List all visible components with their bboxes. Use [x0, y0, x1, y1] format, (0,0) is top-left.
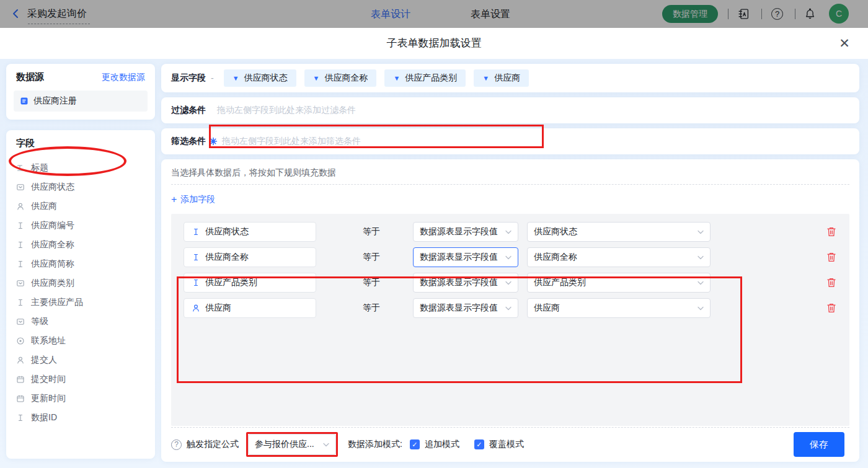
divider	[728, 9, 728, 19]
back-chevron-icon	[11, 9, 21, 19]
rule-source-select[interactable]: 数据源表显示字段值	[413, 273, 518, 293]
rule-source-select[interactable]: 数据源表显示字段值	[413, 298, 518, 318]
trash-icon	[826, 226, 837, 237]
rule-row: 供应商状态 等于 数据源表显示字段值 供应商状态	[184, 222, 849, 242]
field-item-main-products[interactable]: 主要供应产品	[16, 293, 145, 312]
rule-source-select[interactable]: 数据源表显示字段值	[413, 247, 518, 267]
chevron-down-icon	[698, 281, 704, 285]
display-field-tag[interactable]: ▼供应产品类别	[384, 69, 466, 87]
field-item-submitter[interactable]: 提交人	[16, 350, 145, 369]
field-item-supplier-status[interactable]: 供应商状态	[16, 177, 145, 196]
overwrite-mode-label: 覆盖模式	[489, 439, 524, 450]
rule-source-select[interactable]: 数据源表显示字段值	[413, 222, 518, 242]
delete-rule-button[interactable]	[826, 302, 837, 314]
location-icon	[16, 337, 25, 345]
display-field-tag[interactable]: ▼供应商状态	[224, 69, 296, 87]
rule-target-select[interactable]: 供应商状态	[527, 222, 711, 242]
operator-label: 等于	[363, 226, 380, 237]
save-button[interactable]: 保存	[794, 432, 844, 457]
rule-target-select[interactable]: 供应产品类别	[527, 273, 711, 293]
divider	[761, 9, 762, 19]
text-field-icon	[192, 227, 200, 236]
text-field-icon	[16, 221, 25, 230]
chevron-down-icon	[698, 255, 704, 260]
field-item-supplier-shortname[interactable]: 供应商简称	[16, 254, 145, 273]
datasource-selected-item[interactable]: 供应商注册	[14, 91, 148, 112]
divider	[171, 184, 849, 185]
text-field-icon	[16, 260, 25, 268]
field-item-supplier-category[interactable]: 供应商类别	[16, 273, 145, 293]
rule-target-select[interactable]: 供应商全称	[527, 247, 711, 267]
field-item-grade[interactable]: 等级	[16, 312, 145, 331]
address-book-icon[interactable]	[738, 8, 750, 20]
data-add-mode-label: 数据添加模式:	[348, 439, 402, 450]
trash-icon	[826, 277, 837, 288]
add-field-button[interactable]: + 添加字段	[171, 194, 215, 205]
field-item-submit-time[interactable]: 提交时间	[16, 369, 145, 389]
formula-select[interactable]: 参与报价供应...	[248, 434, 336, 455]
filter-condition-placeholder: 拖动左侧字段到此处来添加过滤条件	[217, 105, 356, 116]
display-field-tag[interactable]: ▼供应商全称	[304, 69, 377, 87]
trigger-formula-label: 触发指定公式	[187, 439, 239, 450]
screen-condition-row[interactable]: 筛选条件 拖动左侧字段到此处来添加筛选条件	[161, 128, 859, 154]
operator-label: 等于	[363, 277, 380, 288]
close-icon[interactable]: ✕	[836, 35, 853, 52]
select-field-icon	[16, 317, 25, 326]
field-item-update-time[interactable]: 更新时间	[16, 389, 145, 408]
screen-condition-placeholder: 拖动左侧字段到此处来添加筛选条件	[222, 136, 361, 147]
filter-condition-label: 过滤条件	[171, 105, 206, 116]
fields-panel: 字段 标题 供应商状态 供应商 供应商编号	[6, 130, 155, 459]
formula-annotation-box: 参与报价供应...	[246, 432, 338, 457]
append-mode-checkbox[interactable]: ✓	[410, 439, 420, 449]
field-item-data-id[interactable]: 数据ID	[16, 408, 145, 427]
question-circle-icon[interactable]: ?	[171, 439, 182, 450]
rule-row: 供应产品类别 等于 数据源表显示字段值 供应产品类别	[184, 273, 849, 293]
gear-icon[interactable]	[209, 137, 218, 146]
chevron-down-icon	[698, 306, 704, 311]
text-field-icon	[16, 241, 25, 249]
screen-condition-label: 筛选条件	[171, 136, 206, 147]
rule-field-box[interactable]: 供应商	[184, 298, 316, 318]
field-item-title[interactable]: 标题	[16, 158, 145, 177]
overwrite-mode-checkbox[interactable]: ✓	[474, 439, 484, 449]
display-fields-row: 显示字段 - ▼供应商状态 ▼供应商全称 ▼供应产品类别 ▼供应商	[161, 64, 859, 92]
fields-heading: 字段	[16, 138, 35, 148]
field-item-address[interactable]: 联系地址	[16, 331, 145, 350]
form-name-underline	[28, 24, 90, 24]
rule-field-box[interactable]: 供应商全称	[184, 247, 316, 267]
chevron-down-icon	[505, 255, 512, 260]
tab-form-design[interactable]: 表单设计	[371, 8, 410, 21]
field-item-supplier-fullname[interactable]: 供应商全称	[16, 235, 145, 254]
rule-field-box[interactable]: 供应商状态	[184, 222, 316, 242]
data-manage-button[interactable]: 数据管理	[662, 5, 718, 23]
datasource-selected-label: 供应商注册	[33, 95, 77, 107]
tab-form-settings[interactable]: 表单设置	[471, 8, 510, 21]
chevron-down-icon	[505, 306, 512, 311]
field-item-supplier-no[interactable]: 供应商编号	[16, 216, 145, 235]
avatar[interactable]: C	[829, 4, 849, 24]
delete-rule-button[interactable]	[826, 226, 837, 237]
dropdown-triangle-icon: ▼	[393, 74, 400, 82]
help-icon[interactable]: ?	[771, 8, 783, 20]
rule-target-select[interactable]: 供应商	[527, 298, 711, 318]
title-icon	[16, 164, 25, 172]
form-name-title: 采购发起询价	[27, 7, 87, 20]
delete-rule-button[interactable]	[826, 252, 837, 263]
plus-icon: +	[171, 194, 177, 205]
display-field-tag[interactable]: ▼供应商	[474, 69, 529, 87]
rule-field-box[interactable]: 供应产品类别	[184, 273, 316, 293]
filter-condition-row[interactable]: 过滤条件 拖动左侧字段到此处来添加过滤条件	[161, 97, 859, 123]
bell-icon[interactable]	[804, 8, 816, 20]
display-field-tags: ▼供应商状态 ▼供应商全称 ▼供应产品类别 ▼供应商	[224, 69, 529, 87]
chevron-down-icon	[323, 443, 329, 447]
delete-rule-button[interactable]	[826, 277, 837, 288]
chevron-down-icon	[505, 281, 512, 285]
change-datasource-link[interactable]: 更改数据源	[102, 72, 145, 83]
display-fields-separator: -	[211, 73, 214, 83]
modal-title: 子表单数据加载设置	[0, 28, 868, 59]
back-button[interactable]	[11, 9, 21, 19]
divider	[171, 427, 849, 428]
select-field-icon	[16, 279, 25, 288]
field-item-supplier[interactable]: 供应商	[16, 196, 145, 216]
dropdown-triangle-icon: ▼	[482, 74, 489, 82]
